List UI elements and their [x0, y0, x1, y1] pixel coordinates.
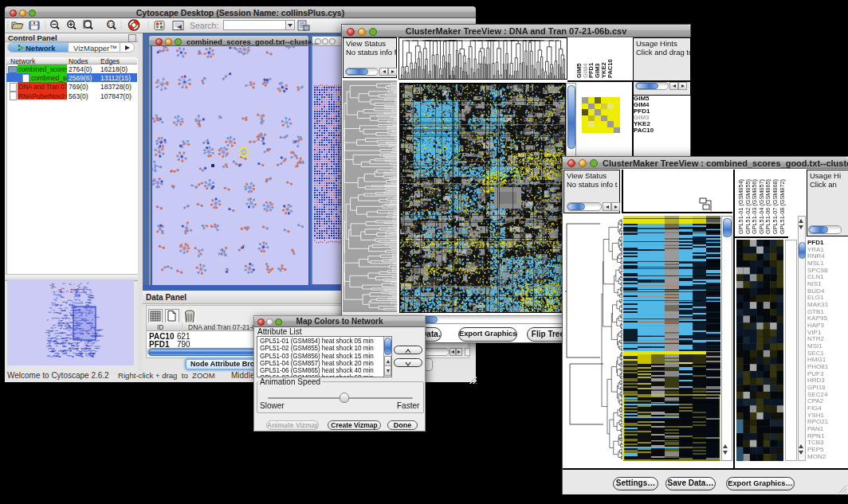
svg-text:1:1: 1:1	[108, 22, 114, 27]
